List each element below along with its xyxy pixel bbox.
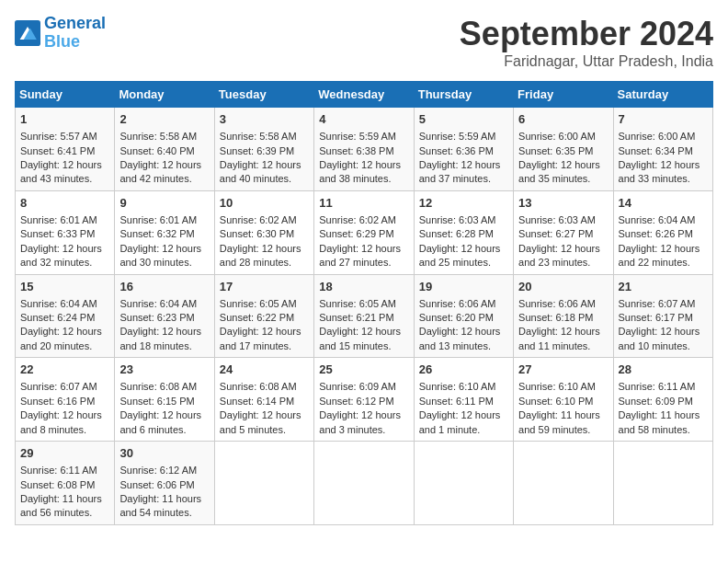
sunset-text: Sunset: 6:29 PM xyxy=(319,228,393,239)
sunrise-text: Sunrise: 6:09 AM xyxy=(319,381,396,392)
sunrise-text: Sunrise: 6:05 AM xyxy=(220,298,297,309)
calendar-cell: 4Sunrise: 5:59 AMSunset: 6:38 PMDaylight… xyxy=(314,108,414,191)
daylight-text: Daylight: 12 hours and 17 minutes. xyxy=(220,326,301,350)
day-number: 11 xyxy=(319,195,408,212)
daylight-text: Daylight: 12 hours and 10 minutes. xyxy=(619,326,700,350)
calendar-cell xyxy=(214,442,313,525)
calendar-cell: 26Sunrise: 6:10 AMSunset: 6:11 PMDayligh… xyxy=(414,358,513,442)
calendar-cell xyxy=(613,442,712,525)
sunset-text: Sunset: 6:24 PM xyxy=(20,312,95,323)
sunrise-text: Sunrise: 6:00 AM xyxy=(619,131,696,142)
sunset-text: Sunset: 6:41 PM xyxy=(20,145,95,156)
sunrise-text: Sunrise: 6:06 AM xyxy=(518,298,596,309)
calendar-cell: 3Sunrise: 5:58 AMSunset: 6:39 PMDaylight… xyxy=(214,108,313,191)
sunrise-text: Sunrise: 6:07 AM xyxy=(619,298,696,309)
day-number: 9 xyxy=(119,195,209,212)
day-number: 24 xyxy=(220,362,309,378)
sunrise-text: Sunrise: 6:00 AM xyxy=(518,131,596,142)
calendar-cell xyxy=(414,442,513,525)
day-header-monday: Monday xyxy=(115,82,214,108)
sunrise-text: Sunrise: 6:11 AM xyxy=(20,465,97,476)
daylight-text: Daylight: 11 hours and 59 minutes. xyxy=(518,409,600,434)
sunrise-text: Sunrise: 5:57 AM xyxy=(20,131,97,142)
sunset-text: Sunset: 6:26 PM xyxy=(619,228,693,239)
calendar-cell: 29Sunrise: 6:11 AMSunset: 6:08 PMDayligh… xyxy=(16,442,115,525)
calendar-cell: 6Sunrise: 6:00 AMSunset: 6:35 PMDaylight… xyxy=(514,108,613,191)
daylight-text: Daylight: 11 hours and 58 minutes. xyxy=(619,409,700,434)
daylight-text: Daylight: 12 hours and 5 minutes. xyxy=(220,409,301,434)
sunrise-text: Sunrise: 6:04 AM xyxy=(619,214,696,225)
calendar-cell: 19Sunrise: 6:06 AMSunset: 6:20 PMDayligh… xyxy=(414,274,513,358)
day-number: 14 xyxy=(619,195,708,212)
calendar-week-row: 22Sunrise: 6:07 AMSunset: 6:16 PMDayligh… xyxy=(16,358,713,442)
daylight-text: Daylight: 12 hours and 8 minutes. xyxy=(20,409,102,434)
daylight-text: Daylight: 12 hours and 37 minutes. xyxy=(419,159,501,184)
sunset-text: Sunset: 6:28 PM xyxy=(419,228,494,239)
daylight-text: Daylight: 12 hours and 43 minutes. xyxy=(20,159,102,184)
day-header-friday: Friday xyxy=(514,82,613,108)
calendar-cell: 30Sunrise: 6:12 AMSunset: 6:06 PMDayligh… xyxy=(115,442,214,525)
page-header: General Blue September 2024 Faridnagar, … xyxy=(15,15,713,70)
day-number: 26 xyxy=(419,362,508,378)
calendar-cell: 7Sunrise: 6:00 AMSunset: 6:34 PMDaylight… xyxy=(613,108,712,191)
calendar-cell xyxy=(514,442,613,525)
day-number: 10 xyxy=(220,195,309,212)
day-header-wednesday: Wednesday xyxy=(314,82,414,108)
calendar-cell: 21Sunrise: 6:07 AMSunset: 6:17 PMDayligh… xyxy=(613,274,712,358)
sunrise-text: Sunrise: 6:01 AM xyxy=(119,214,197,225)
day-number: 15 xyxy=(20,279,109,295)
sunrise-text: Sunrise: 5:58 AM xyxy=(119,131,197,142)
day-number: 3 xyxy=(220,111,309,128)
calendar-cell: 2Sunrise: 5:58 AMSunset: 6:40 PMDaylight… xyxy=(115,108,214,191)
day-number: 29 xyxy=(20,445,109,462)
calendar-cell: 24Sunrise: 6:08 AMSunset: 6:14 PMDayligh… xyxy=(214,358,313,442)
sunrise-text: Sunrise: 6:03 AM xyxy=(419,214,496,225)
daylight-text: Daylight: 12 hours and 1 minute. xyxy=(419,409,501,434)
calendar-week-row: 1Sunrise: 5:57 AMSunset: 6:41 PMDaylight… xyxy=(16,108,713,191)
daylight-text: Daylight: 12 hours and 11 minutes. xyxy=(518,326,600,350)
daylight-text: Daylight: 11 hours and 56 minutes. xyxy=(20,493,102,518)
daylight-text: Daylight: 11 hours and 54 minutes. xyxy=(119,493,201,518)
day-number: 18 xyxy=(319,279,408,295)
day-header-thursday: Thursday xyxy=(414,82,513,108)
calendar-header-row: SundayMondayTuesdayWednesdayThursdayFrid… xyxy=(16,82,713,108)
sunset-text: Sunset: 6:35 PM xyxy=(518,145,593,156)
daylight-text: Daylight: 12 hours and 42 minutes. xyxy=(119,159,201,184)
sunset-text: Sunset: 6:14 PM xyxy=(220,396,294,407)
sunrise-text: Sunrise: 6:04 AM xyxy=(119,298,197,309)
calendar-cell: 20Sunrise: 6:06 AMSunset: 6:18 PMDayligh… xyxy=(514,274,613,358)
sunset-text: Sunset: 6:40 PM xyxy=(119,145,194,156)
calendar-cell: 22Sunrise: 6:07 AMSunset: 6:16 PMDayligh… xyxy=(16,358,115,442)
day-number: 2 xyxy=(119,111,209,128)
sunrise-text: Sunrise: 6:03 AM xyxy=(518,214,596,225)
calendar-week-row: 29Sunrise: 6:11 AMSunset: 6:08 PMDayligh… xyxy=(16,442,713,525)
calendar-cell: 5Sunrise: 5:59 AMSunset: 6:36 PMDaylight… xyxy=(414,108,513,191)
sunrise-text: Sunrise: 5:59 AM xyxy=(319,131,396,142)
daylight-text: Daylight: 12 hours and 32 minutes. xyxy=(20,243,102,268)
sunset-text: Sunset: 6:09 PM xyxy=(619,396,693,407)
daylight-text: Daylight: 12 hours and 25 minutes. xyxy=(419,243,501,268)
sunrise-text: Sunrise: 6:10 AM xyxy=(518,381,596,392)
sunrise-text: Sunrise: 6:06 AM xyxy=(419,298,496,309)
calendar-cell: 1Sunrise: 5:57 AMSunset: 6:41 PMDaylight… xyxy=(16,108,115,191)
sunrise-text: Sunrise: 6:05 AM xyxy=(319,298,396,309)
sunrise-text: Sunrise: 5:59 AM xyxy=(419,131,496,142)
day-number: 30 xyxy=(119,445,209,462)
calendar-cell: 27Sunrise: 6:10 AMSunset: 6:10 PMDayligh… xyxy=(514,358,613,442)
sunset-text: Sunset: 6:23 PM xyxy=(119,312,194,323)
sunset-text: Sunset: 6:34 PM xyxy=(619,145,693,156)
sunset-text: Sunset: 6:06 PM xyxy=(119,479,194,490)
logo-text: General Blue xyxy=(44,15,106,52)
day-header-sunday: Sunday xyxy=(16,82,115,108)
calendar-cell: 10Sunrise: 6:02 AMSunset: 6:30 PMDayligh… xyxy=(214,190,313,274)
day-number: 8 xyxy=(20,195,109,212)
calendar-cell: 13Sunrise: 6:03 AMSunset: 6:27 PMDayligh… xyxy=(514,190,613,274)
sunset-text: Sunset: 6:38 PM xyxy=(319,145,393,156)
calendar-table: SundayMondayTuesdayWednesdayThursdayFrid… xyxy=(15,81,713,525)
day-number: 23 xyxy=(119,362,209,378)
daylight-text: Daylight: 12 hours and 18 minutes. xyxy=(119,326,201,350)
calendar-cell: 9Sunrise: 6:01 AMSunset: 6:32 PMDaylight… xyxy=(115,190,214,274)
day-number: 28 xyxy=(619,362,708,378)
day-number: 22 xyxy=(20,362,109,378)
daylight-text: Daylight: 12 hours and 28 minutes. xyxy=(220,243,301,268)
